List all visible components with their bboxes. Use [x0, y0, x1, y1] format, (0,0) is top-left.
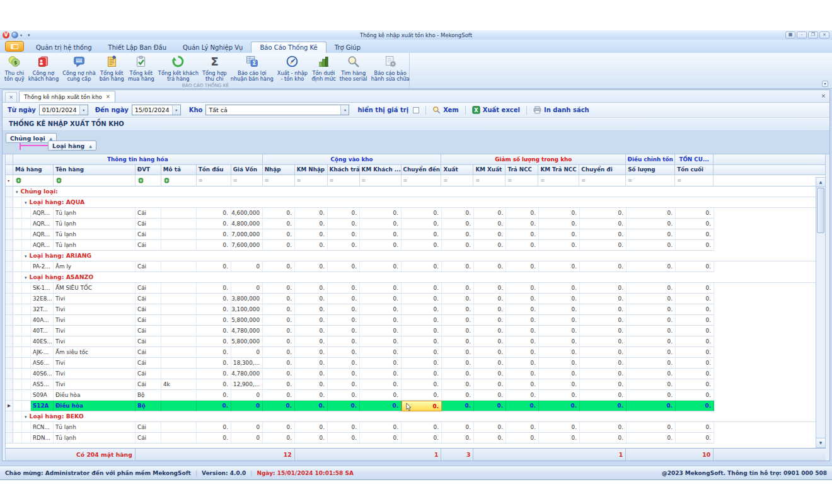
cell-trancc[interactable]: 0. — [506, 358, 539, 369]
cell-ten[interactable]: Ấm siêu tốc — [54, 347, 136, 358]
cell-ten[interactable]: Tủ lạnh — [54, 433, 136, 444]
cell-ma[interactable]: AS5... — [31, 379, 54, 390]
cell-kmkhachtra[interactable]: 0. — [360, 358, 402, 369]
cell-ten[interactable]: Tủ lạnh — [54, 422, 136, 433]
cell-trancc[interactable]: 0. — [506, 336, 539, 347]
cell-toncuoi[interactable]: 0. — [676, 358, 714, 369]
cell-mota[interactable] — [161, 347, 197, 358]
cell-toncuoi[interactable]: 0. — [676, 422, 714, 433]
cell-kmxuat[interactable]: 0. — [474, 304, 506, 315]
cell-ten[interactable]: Tivi — [54, 379, 136, 390]
table-row[interactable]: AQR...Tủ lạnhCái0.4,600,0000.0.0.0.0.0.0… — [6, 208, 826, 219]
cell-tondau[interactable]: 0. — [197, 347, 231, 358]
cell-soluong[interactable]: 0. — [627, 219, 676, 229]
cell-xuat[interactable]: 0. — [442, 401, 474, 411]
ribbon-button-understock[interactable]: Tồn dướiđịnh mức — [309, 54, 338, 83]
cell-ma[interactable]: 32E8... — [31, 294, 54, 304]
cell-kmxuat[interactable]: 0. — [474, 315, 506, 326]
table-row[interactable]: SK-1...ẤM SIÊU TỐCCái0.00.0.0.0.0.0.0.0.… — [6, 283, 826, 294]
column-header-trancc[interactable]: Trả NCC — [506, 165, 538, 175]
column-header-xuat[interactable]: Xuất — [441, 165, 473, 175]
group-row[interactable]: ▾Loại hàng: AQUA — [6, 197, 826, 208]
cell-giavon[interactable]: 18,300,... — [231, 358, 263, 369]
cell-mota[interactable] — [161, 315, 197, 326]
filter-cell-tondau[interactable]: = — [197, 175, 231, 186]
table-row[interactable]: 40ES...TiviCái0.5,800,0000.0.0.0.0.0.0.0… — [6, 336, 826, 347]
cell-toncuoi[interactable]: 0. — [676, 208, 714, 219]
cell-giavon[interactable]: 4,800,000 — [231, 219, 263, 229]
collapse-icon[interactable]: ▾ — [25, 415, 27, 420]
cell-khachtra[interactable]: 0. — [328, 347, 360, 358]
cell-toncuoi[interactable]: 0. — [676, 369, 714, 379]
cell-tondau[interactable]: 0. — [197, 294, 231, 304]
cell-kmxuat[interactable]: 0. — [474, 294, 506, 304]
cell-kmnhap[interactable]: 0. — [295, 390, 328, 401]
cell-nhap[interactable]: 0. — [263, 240, 295, 251]
export-excel-button[interactable]: X Xuất excel — [472, 106, 520, 114]
group-button-item-type[interactable]: Loại hàng▲ — [48, 140, 96, 151]
cell-trancc[interactable]: 0. — [506, 401, 539, 411]
cell-soluong[interactable]: 0. — [627, 422, 676, 433]
cell-dvt[interactable]: Cái — [136, 379, 161, 390]
cell-mota[interactable] — [161, 401, 197, 411]
ribbon-button-sales-summary[interactable]: Tổng kếtbán hàng — [98, 54, 126, 83]
cell-dvt[interactable]: Cái — [136, 208, 161, 219]
vertical-scrollbar[interactable]: ▲ ▼ — [816, 177, 826, 448]
cell-tondau[interactable]: 0. — [197, 390, 231, 401]
cell-chuyenden[interactable]: 0. — [402, 401, 442, 411]
cell-ma[interactable]: SK-1... — [31, 283, 54, 294]
cell-kmnhap[interactable]: 0. — [295, 229, 328, 240]
cell-kmxuat[interactable]: 0. — [474, 336, 506, 347]
cell-dvt[interactable]: Cái — [136, 294, 161, 304]
from-date-input[interactable]: 01/01/2024 ▾ — [39, 105, 88, 115]
to-date-dropdown-icon[interactable]: ▾ — [172, 105, 180, 115]
cell-chuyenden[interactable]: 0. — [402, 208, 442, 219]
close-all-tabs-button[interactable]: × — [5, 92, 17, 102]
column-header-ten[interactable]: Tên hàng — [54, 165, 136, 175]
cell-kmkhachtra[interactable]: 0. — [360, 369, 402, 379]
filter-cell-mota[interactable] — [161, 175, 197, 186]
cell-dvt[interactable]: Cái — [136, 422, 161, 433]
cell-xuat[interactable]: 0. — [442, 208, 474, 219]
filter-cell-kmxuat[interactable]: = — [473, 175, 506, 186]
table-row[interactable]: AQR...Tủ lạnhCái0.7,000,0000.0.0.0.0.0.0… — [6, 229, 826, 240]
cell-toncuoi[interactable]: 0. — [676, 261, 714, 272]
cell-dvt[interactable]: Cái — [136, 315, 161, 326]
cell-xuat[interactable]: 0. — [442, 261, 474, 272]
cell-tondau[interactable]: 0. — [197, 283, 231, 294]
filter-cell-dvt[interactable] — [136, 175, 161, 186]
table-row[interactable]: 32T...TiviCái0.3,100,0000.0.0.0.0.0.0.0.… — [6, 304, 826, 315]
cell-soluong[interactable]: 0. — [627, 390, 676, 401]
collapse-icon[interactable]: ▾ — [25, 200, 27, 205]
cell-chuyenden[interactable]: 0. — [402, 358, 442, 369]
cell-kmkhachtra[interactable]: 0. — [360, 283, 402, 294]
cell-tondau[interactable]: 0. — [197, 229, 231, 240]
cell-mota[interactable] — [161, 229, 197, 240]
cell-dvt[interactable]: Cái — [136, 229, 161, 240]
cell-dvt[interactable]: Cái — [136, 219, 161, 229]
cell-chuyendi[interactable]: 0. — [580, 390, 627, 401]
from-date-dropdown-icon[interactable]: ▾ — [79, 105, 88, 115]
cell-tondau[interactable]: 0. — [197, 401, 231, 411]
cell-kmnhap[interactable]: 0. — [295, 283, 328, 294]
cell-kmxuat[interactable]: 0. — [474, 433, 506, 444]
cell-kmkhachtra[interactable]: 0. — [360, 379, 402, 390]
cell-kmnhap[interactable]: 0. — [295, 326, 328, 336]
band-header[interactable]: Điều chỉnh tồn — [626, 154, 675, 165]
cell-ten[interactable]: Tivi — [54, 326, 136, 336]
cell-tondau[interactable]: 0. — [197, 326, 231, 336]
cell-khachtra[interactable]: 0. — [328, 315, 360, 326]
cell-tondau[interactable]: 0. — [197, 336, 231, 347]
cell-dvt[interactable]: Cái — [136, 433, 161, 444]
cell-trancc[interactable]: 0. — [506, 433, 539, 444]
column-header-kmnhap[interactable]: KM Nhập — [295, 165, 328, 175]
cell-ten[interactable]: Điều hòa — [54, 401, 136, 411]
cell-ten[interactable]: ẤM SIÊU TỐC — [54, 283, 136, 294]
cell-tondau[interactable]: 0. — [197, 315, 231, 326]
filter-cell-kmtrancc[interactable]: = — [538, 175, 579, 186]
cell-mota[interactable] — [161, 336, 197, 347]
cell-xuat[interactable]: 0. — [442, 347, 474, 358]
cell-toncuoi[interactable]: 0. — [676, 229, 714, 240]
restore-button[interactable]: ❐ — [808, 32, 818, 38]
cell-tondau[interactable]: 0. — [197, 219, 231, 229]
